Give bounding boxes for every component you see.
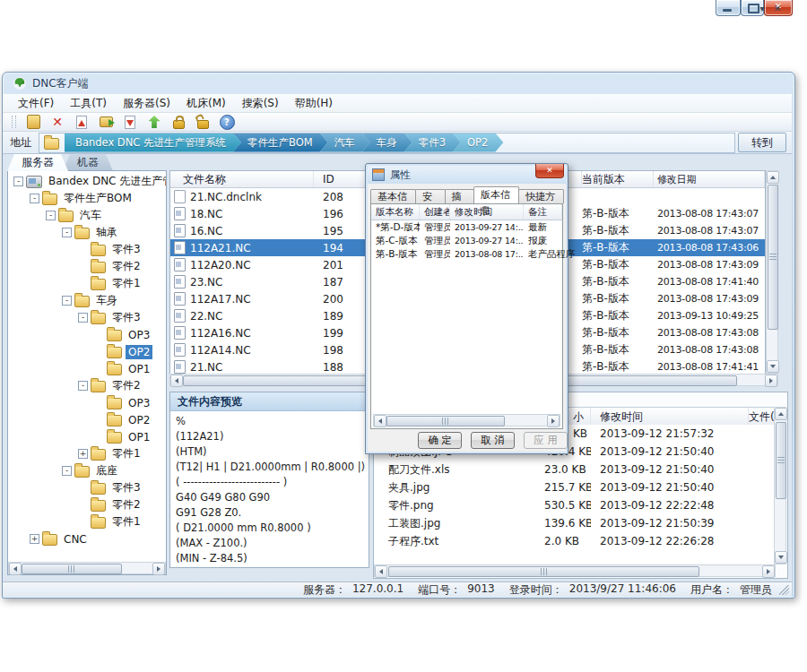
tree-hscrollbar[interactable] <box>8 562 166 574</box>
scrollbar-thumb[interactable] <box>776 422 786 499</box>
toolbar-button[interactable] <box>121 114 139 130</box>
scroll-right-icon[interactable] <box>765 375 777 387</box>
tree-item[interactable]: - 轴承 <box>8 224 166 241</box>
dialog-hscrollbar[interactable] <box>373 414 560 426</box>
column-header-name[interactable]: 文件名称 <box>170 171 314 187</box>
dialog-tab[interactable]: 基本信息 <box>370 189 416 203</box>
scroll-left-icon[interactable] <box>9 563 22 575</box>
column-header-version-name[interactable]: 版本名称 <box>371 204 420 220</box>
tree-item[interactable]: 零件3 <box>8 479 166 496</box>
breadcrumb-segment[interactable]: Bandex DNC 先进生产管理系统 <box>65 134 241 152</box>
tree-item[interactable]: 零件2 <box>8 496 166 513</box>
tree-item[interactable]: OP1 <box>8 360 166 377</box>
tree-item[interactable]: OP2 <box>8 411 166 428</box>
menu-item[interactable]: 工具(T) <box>62 94 115 113</box>
scroll-left-icon[interactable] <box>375 565 387 578</box>
dialog-tab[interactable]: 安全 <box>415 189 446 203</box>
cancel-button[interactable]: 取 消 <box>471 432 515 449</box>
tree-item[interactable]: - 零件生产BOM <box>8 190 166 207</box>
menu-item[interactable]: 文件(F) <box>10 94 62 113</box>
expander-icon[interactable]: - <box>30 194 39 203</box>
tree-item[interactable]: OP1 <box>8 428 166 445</box>
tree-item[interactable]: - 零件3 <box>8 309 166 326</box>
tree-item[interactable]: OP3 <box>8 326 166 343</box>
scrollbar-thumb[interactable] <box>386 416 505 426</box>
tree-item[interactable]: - 车身 <box>8 292 166 309</box>
scroll-down-icon[interactable] <box>767 360 779 373</box>
list-item[interactable]: 零件.png 530.5 KB 2013-09-12 22:22:48 <box>374 496 776 514</box>
dialog-tab[interactable]: 摘要 <box>445 189 475 203</box>
list-item[interactable]: 工装图.jpg 139.6 KB 2013-09-12 21:50:39 <box>374 514 776 532</box>
panel-close-icon[interactable]: ✕ <box>771 3 784 15</box>
column-header-id[interactable]: ID <box>314 171 369 187</box>
scroll-left-icon[interactable] <box>374 415 386 427</box>
toolbar-button[interactable] <box>145 114 163 130</box>
panel-tab[interactable]: 服务器 <box>7 154 68 171</box>
expander-icon[interactable]: - <box>78 381 88 391</box>
tree-item[interactable]: OP2 <box>8 343 166 360</box>
tree-item[interactable]: - 底座 <box>8 462 166 479</box>
tree-item[interactable]: + 零件1 <box>8 445 166 462</box>
toolbar-button[interactable] <box>97 114 115 130</box>
toolbar-button[interactable] <box>73 114 91 130</box>
tree-item[interactable]: + CNC <box>8 530 166 547</box>
column-header-date[interactable]: 修改日期 <box>654 171 765 187</box>
attachments-vscrollbar[interactable] <box>774 407 786 564</box>
attachments-hscrollbar[interactable] <box>374 564 776 577</box>
toolbar-button[interactable] <box>48 114 66 130</box>
ok-button[interactable]: 确 定 <box>418 432 462 449</box>
apply-button[interactable]: 应 用 <box>524 432 568 449</box>
scroll-left-icon[interactable] <box>170 375 183 387</box>
toolbar-button[interactable] <box>24 114 42 130</box>
tree-item[interactable]: 零件2 <box>8 258 166 275</box>
breadcrumb-segment[interactable]: 零件3 <box>404 134 461 152</box>
breadcrumb-segment[interactable]: 零件生产BOM <box>233 134 328 152</box>
scroll-right-icon[interactable] <box>762 565 775 578</box>
dialog-close-button[interactable] <box>535 164 564 178</box>
tree-item[interactable]: 零件3 <box>8 241 166 258</box>
menu-item[interactable]: 机床(M) <box>178 94 234 113</box>
scroll-down-icon[interactable] <box>775 551 787 564</box>
tree-item[interactable]: - Bandex DNC 先进生产管理系统 <box>8 173 166 190</box>
tree-item[interactable]: 零件1 <box>8 513 166 530</box>
expander-icon[interactable]: + <box>30 534 39 544</box>
column-header-modified[interactable]: 修改时间 <box>591 408 749 426</box>
scroll-up-icon[interactable] <box>775 408 787 420</box>
menu-item[interactable]: 搜索(S) <box>234 94 287 113</box>
minimize-button[interactable] <box>716 0 741 16</box>
version-row[interactable]: 第-C-版本 管理员 2013-09-27 14:... 报废 <box>371 234 562 247</box>
expander-icon[interactable]: - <box>62 296 72 306</box>
expander-icon[interactable]: - <box>78 313 88 323</box>
resize-grip-icon[interactable] <box>779 585 789 595</box>
scrollbar-thumb[interactable] <box>388 566 699 577</box>
menu-item[interactable]: 帮助(H) <box>287 94 341 113</box>
scroll-right-icon[interactable] <box>547 415 560 427</box>
expander-icon[interactable]: - <box>62 228 72 237</box>
file-list-vscrollbar[interactable] <box>766 170 778 374</box>
version-row[interactable]: 第-B-版本 管理员 2013-08-08 17:... 老产品程序 <box>371 247 562 261</box>
list-item[interactable]: 配刀文件.xls 23.0 KB 2013-09-12 21:50:40 <box>374 461 776 478</box>
expander-icon[interactable]: - <box>46 211 56 220</box>
column-header-note[interactable]: 备注 <box>524 204 562 220</box>
panel-menu-icon[interactable]: ▾ <box>756 3 768 15</box>
dialog-tab[interactable]: 快捷方式 <box>518 189 564 203</box>
column-header-creator[interactable]: 创建者 <box>420 204 450 220</box>
expander-icon[interactable]: - <box>13 177 23 186</box>
dialog-tab[interactable]: 版本信息 <box>473 186 519 203</box>
titlebar[interactable]: DNC客户端 <box>2 73 792 94</box>
tree-item[interactable]: - 零件2 <box>8 377 166 394</box>
expander-icon[interactable]: - <box>62 466 72 476</box>
column-header-version[interactable]: 当前版本 <box>582 171 654 187</box>
panel-tab[interactable]: 机器 <box>63 154 113 171</box>
expander-icon[interactable]: + <box>78 449 88 459</box>
tree-item[interactable]: OP3 <box>8 394 166 411</box>
list-item[interactable]: 夹具.jpg 215.7 KB 2013-09-12 21:50:40 <box>374 478 776 496</box>
scroll-right-icon[interactable] <box>152 563 165 575</box>
go-button[interactable]: 转到 <box>738 133 786 152</box>
tree-item[interactable]: 零件1 <box>8 275 166 292</box>
scrollbar-thumb[interactable] <box>768 185 778 330</box>
column-header-file[interactable]: 文件(& <box>749 408 776 426</box>
list-item[interactable]: 子程序.txt 2.0 KB 2013-09-12 22:26:28 <box>374 532 776 550</box>
toolbar-button[interactable] <box>218 114 236 130</box>
menu-item[interactable]: 服务器(S) <box>115 94 178 113</box>
